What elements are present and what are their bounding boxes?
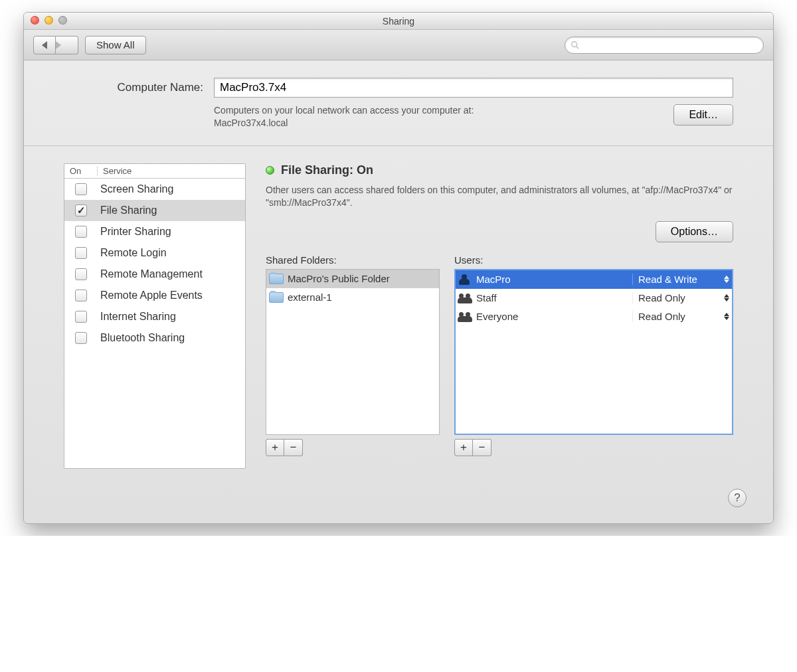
service-name: Remote Management [98,268,245,280]
service-row[interactable]: Remote Apple Events [64,285,245,306]
back-button[interactable] [33,36,56,54]
toolbar: Show All [24,30,773,60]
search-icon [571,41,580,50]
search-input[interactable] [583,40,758,50]
computer-name-label: Computer Name: [64,81,203,94]
close-window-button[interactable] [31,16,39,25]
computer-name-subtext-line2: MacPro37x4.local [214,118,288,128]
permission-select[interactable]: Read Only [632,311,732,322]
minimize-window-button[interactable] [44,16,53,25]
add-user-button[interactable]: + [454,439,473,456]
sharing-window: Sharing Show All Computer Name: Computer… [23,12,774,524]
permission-value: Read Only [638,311,685,322]
computer-name-section: Computer Name: Computers on your local n… [24,60,773,146]
chevron-left-icon [42,41,47,49]
chevron-right-icon [56,41,78,49]
person-icon [458,274,472,285]
service-name: Internet Sharing [98,311,245,323]
computer-name-input[interactable] [214,78,733,98]
users-label: Users: [454,254,733,266]
service-row[interactable]: Printer Sharing [64,221,245,242]
zoom-window-button[interactable] [58,16,67,25]
add-folder-button[interactable]: + [266,439,284,456]
service-checkbox[interactable] [75,226,87,238]
service-row[interactable]: Internet Sharing [64,306,245,327]
help-button[interactable]: ? [728,489,747,507]
service-status-title: File Sharing: On [281,163,373,177]
forward-button[interactable] [56,36,78,54]
service-checkbox[interactable] [75,183,87,195]
show-all-button[interactable]: Show All [85,36,146,54]
shared-folders-list[interactable]: MacPro's Public Folder external-1 [266,269,440,435]
service-status-description: Other users can access shared folders on… [266,184,733,209]
remove-user-button[interactable]: − [473,439,491,456]
shared-folders-label: Shared Folders: [266,254,440,266]
folder-icon [269,274,284,284]
shared-folder-name: external-1 [288,292,332,303]
window-title: Sharing [383,16,414,27]
service-name: File Sharing [98,205,245,216]
shared-folder-row[interactable]: MacPro's Public Folder [266,270,439,288]
group-icon [458,293,472,303]
stepper-icon [724,313,729,320]
remove-folder-button[interactable]: − [284,439,303,456]
service-name: Printer Sharing [98,226,245,238]
services-header-service: Service [98,166,245,176]
users-list[interactable]: MacPro Read & Write Staff Read Only Ever… [454,269,733,435]
services-header-on: On [64,166,98,176]
service-name: Bluetooth Sharing [98,332,245,344]
computer-name-subtext-line1: Computers on your local network can acce… [214,105,474,116]
user-row[interactable]: Everyone Read Only [456,307,732,326]
service-checkbox[interactable] [75,268,87,280]
stepper-icon [724,294,729,301]
service-name: Remote Apple Events [98,290,245,301]
nav-segmented [33,36,78,54]
service-row[interactable]: File Sharing [64,200,245,221]
search-field[interactable] [565,37,764,54]
status-indicator-icon [266,166,274,175]
user-name: Staff [476,292,497,303]
shared-folder-row[interactable]: external-1 [266,288,439,307]
service-name: Remote Login [98,247,245,259]
service-checkbox[interactable] [75,247,87,259]
service-checkbox[interactable] [75,332,87,344]
service-checkbox[interactable] [75,311,87,323]
service-name: Screen Sharing [98,183,245,195]
svg-point-0 [572,41,577,46]
service-checkbox[interactable] [75,290,87,301]
user-name: Everyone [476,311,518,322]
user-row[interactable]: Staff Read Only [456,289,732,307]
service-row[interactable]: Remote Management [64,264,245,285]
shared-folder-name: MacPro's Public Folder [288,273,390,284]
svg-line-1 [576,46,579,48]
permission-value: Read Only [638,292,685,303]
permission-value: Read & Write [638,274,697,285]
services-header: On Service [64,164,245,179]
service-row[interactable]: Screen Sharing [64,179,245,200]
user-name: MacPro [476,274,511,285]
permission-select[interactable]: Read Only [632,292,732,303]
folder-icon [269,292,284,303]
computer-name-subtext: Computers on your local network can acce… [214,104,474,129]
permission-select[interactable]: Read & Write [632,274,732,285]
service-row[interactable]: Remote Login [64,242,245,264]
edit-hostname-button[interactable]: Edit… [673,104,733,126]
service-row[interactable]: Bluetooth Sharing [64,327,245,349]
group-icon [458,311,472,322]
stepper-icon [724,276,729,283]
service-checkbox[interactable] [75,205,87,216]
options-button[interactable]: Options… [656,221,733,242]
user-row[interactable]: MacPro Read & Write [456,270,732,289]
services-list[interactable]: On Service Screen Sharing File Sharing P… [64,163,246,469]
titlebar: Sharing [24,13,773,30]
